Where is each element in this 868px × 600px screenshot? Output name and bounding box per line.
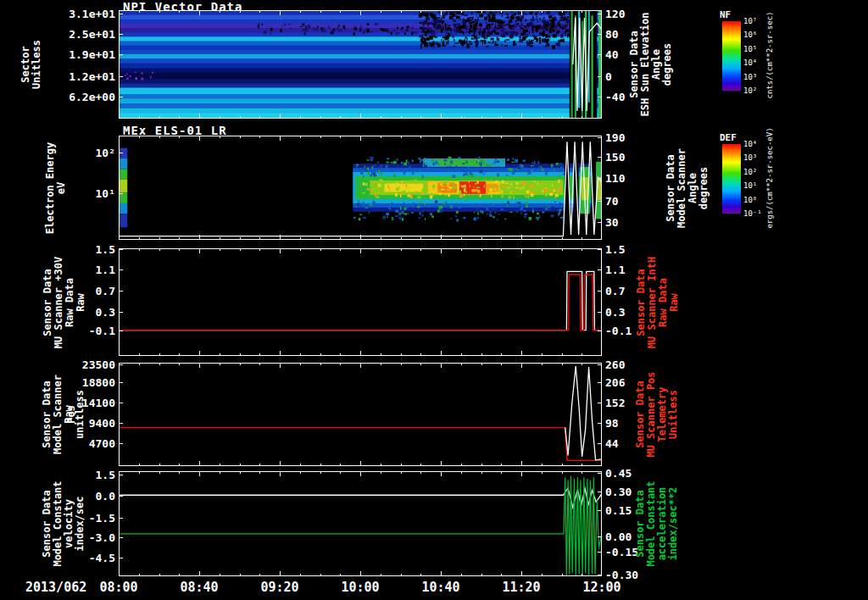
colorbar-def-tick: 10⁴ — [743, 140, 771, 148]
x-axis-tick-label: 10:00 — [335, 580, 386, 595]
panel2-ytick-left: 10² — [64, 147, 115, 159]
colorbar-nf-tick: 10⁶ — [743, 31, 771, 39]
panel5-ylabel-line-3: index/sec — [73, 471, 86, 576]
colorbar-nf-tick: 10³ — [743, 73, 771, 81]
panel1-ytick-left: 3.1e+01 — [64, 8, 115, 20]
colorbar-def-tick: 10¹ — [743, 181, 771, 190]
panel1-ytick-left: 6.2e+00 — [64, 91, 115, 103]
x-axis-tick-label: 08:00 — [93, 580, 144, 595]
npi-vector-spectrogram — [119, 10, 602, 119]
panel3-right-label-line-3: Raw — [666, 248, 680, 356]
panel1-ytick-left: 1.2e+01 — [64, 70, 115, 83]
panel2-right-label-line-3: degrees — [696, 136, 709, 240]
panel2-ytick-left: 10¹ — [64, 187, 115, 200]
colorbar-nf-tick: 10⁵ — [743, 45, 771, 53]
panel4-ylabel-line-3: unitless — [73, 363, 86, 466]
panel2-ytick-right: 30 — [605, 216, 648, 229]
colorbar-def-tick: 10⁻¹ — [743, 209, 771, 218]
model-constant-line-plot — [119, 471, 602, 576]
panel2-ytick-right: 70 — [605, 195, 648, 208]
nf-colorbar — [722, 21, 741, 91]
def-colorbar-units: ergs/(cm**2-sr-sec-eV) — [765, 119, 774, 237]
colorbar-nf-tick: 10⁷ — [743, 17, 771, 25]
els-energy-spectrogram — [119, 136, 602, 240]
colorbar-def-tick: 10⁰ — [743, 196, 771, 204]
def-colorbar-title: DEF — [720, 132, 737, 143]
panel2-ylabel-line-1: eV — [53, 136, 67, 240]
def-colorbar — [722, 144, 741, 214]
colorbar-nf-tick: 10² — [743, 86, 771, 95]
colorbar-nf-tick: 10⁴ — [743, 58, 771, 67]
scanner-pos-line-plot — [119, 363, 602, 466]
panel2-ytick-right: 110 — [605, 172, 648, 185]
panel2-ytick-right: 190 — [605, 131, 648, 144]
x-axis-date-label: 2013/062 — [25, 580, 102, 595]
panel5-right-label-line-3: index/sec**2 — [666, 471, 680, 576]
x-axis-tick-label: 08:40 — [174, 580, 225, 595]
panel3-ylabel-line-3: Raw — [73, 248, 86, 356]
panel1-ytick-left: 1.9e+01 — [64, 48, 115, 61]
nf-colorbar-title: NF — [720, 9, 731, 20]
panel1-ytick-left: 2.5e+01 — [64, 28, 115, 41]
x-axis-tick-label: 10:40 — [415, 580, 466, 595]
x-axis-tick-label: 11:20 — [496, 580, 547, 595]
panel4-right-label-line-3: Unitless — [666, 363, 680, 466]
mu-scanner-raw-line-plot — [119, 248, 602, 356]
colorbar-def-tick: 10³ — [743, 153, 771, 162]
x-axis-tick-label: 12:00 — [576, 580, 627, 595]
colorbar-def-tick: 10² — [743, 168, 771, 176]
panel1-ylabel-line-1: Unitless — [30, 10, 43, 119]
panel2-ytick-right: 150 — [605, 151, 648, 164]
x-axis-tick-label: 09:20 — [254, 580, 305, 595]
panel1-right-label-line-3: degrees — [660, 10, 674, 119]
aspera-multi-panel-science-plot: NPI Vector Data MEx ELS-01 LR 2013/062 N… — [0, 0, 868, 600]
